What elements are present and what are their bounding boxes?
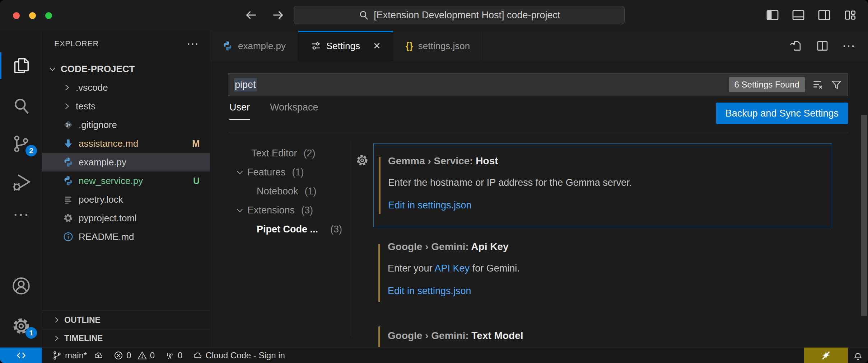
radio-tower-icon [165, 350, 175, 360]
scope-tab-user[interactable]: User [229, 102, 250, 120]
minimize-window-button[interactable] [29, 12, 36, 19]
explorer-sidebar: EXPLORER ⋯ CODE-PROJECT .vscode tests [42, 31, 210, 347]
toggle-secondary-sidebar-icon[interactable] [817, 8, 831, 22]
python-icon [63, 175, 74, 186]
edit-in-settings-json-link[interactable]: Edit in settings.json [388, 200, 472, 211]
bell-icon [853, 350, 863, 361]
back-icon[interactable] [244, 8, 258, 22]
toc-features[interactable]: Features (1) [235, 165, 304, 179]
explorer-title: EXPLORER [54, 39, 99, 48]
git-modified-badge: M [192, 138, 200, 149]
setting-google-gemini-api-key[interactable]: Google › Gemini: Api Key Enter your API … [373, 236, 832, 311]
more-views-item[interactable]: ⋯ [0, 198, 42, 230]
settings-sliders-icon [311, 41, 321, 51]
filter-icon[interactable] [830, 79, 843, 91]
source-control-activity-item[interactable]: 2 [0, 128, 42, 160]
search-activity-item[interactable] [0, 90, 42, 122]
warnings-icon [137, 350, 147, 360]
settings-search-value: pipet [234, 78, 257, 91]
python-icon [63, 157, 74, 168]
zoom-window-button[interactable] [45, 12, 52, 19]
problems-status-item[interactable]: 0 0 [113, 350, 155, 360]
tree-item-gitignore[interactable]: .gitignore [42, 116, 210, 134]
command-center[interactable]: [Extension Development Host] code-projec… [294, 6, 625, 24]
tab-settings[interactable]: Settings ✕ [298, 31, 393, 61]
toggle-sidebar-icon[interactable] [765, 8, 780, 22]
toc-text-editor[interactable]: Text Editor (2) [251, 146, 316, 160]
manage-item[interactable]: 1 [0, 310, 42, 342]
tree-item-poetry-lock[interactable]: poetry.lock [42, 190, 210, 209]
file-tree: CODE-PROJECT .vscode tests .gitignore as… [42, 60, 210, 246]
forward-icon[interactable] [271, 8, 285, 22]
tree-item-pyproject-toml[interactable]: pyproject.toml [42, 209, 210, 227]
gemini-status-item[interactable] [804, 348, 848, 363]
account-icon [11, 276, 31, 296]
customize-layout-icon[interactable] [843, 8, 857, 22]
chevron-right-icon [52, 334, 61, 343]
setting-row-gear-icon[interactable] [355, 154, 369, 167]
run-debug-icon [11, 172, 31, 192]
tree-item-assistance-md[interactable]: assistance.md M [42, 134, 210, 153]
errors-count: 0 [126, 350, 131, 360]
toggle-panel-icon[interactable] [791, 8, 806, 22]
scope-tab-workspace[interactable]: Workspace [270, 102, 318, 120]
tab-settings-json[interactable]: {} settings.json [393, 31, 483, 61]
chevron-right-icon [62, 102, 71, 111]
editor-area: example.py Settings ✕ {} settings.json ⋯ [210, 31, 868, 347]
window-controls [13, 12, 52, 19]
source-control-badge: 2 [25, 145, 37, 156]
remote-indicator[interactable] [0, 348, 42, 363]
sync-cloud-icon [93, 350, 103, 360]
tree-item-readme-md[interactable]: README.md [42, 227, 210, 246]
tree-item-example-py[interactable]: example.py [42, 153, 210, 171]
open-changes-icon[interactable] [789, 39, 803, 53]
lock-file-icon [63, 194, 74, 205]
edit-in-settings-json-link[interactable]: Edit in settings.json [388, 286, 471, 297]
timeline-section-header[interactable]: TIMELINE [42, 329, 210, 347]
tree-item-vscode[interactable]: .vscode [42, 78, 210, 97]
close-tab-icon[interactable]: ✕ [373, 41, 381, 52]
cloud-code-status-item[interactable]: Cloud Code - Sign in [192, 350, 285, 360]
explorer-activity-item[interactable] [0, 50, 42, 82]
api-key-link[interactable]: API Key [435, 263, 470, 274]
modified-indicator [379, 157, 381, 214]
remote-icon [16, 350, 27, 361]
cloud-icon [192, 350, 202, 360]
toc-notebook[interactable]: Notebook (1) [257, 184, 317, 198]
accounts-item[interactable] [0, 270, 42, 302]
outline-section-header[interactable]: OUTLINE [42, 311, 210, 329]
search-icon [358, 9, 369, 21]
tab-example-py[interactable]: example.py [210, 31, 298, 61]
toc-pipet-code[interactable]: Pipet Code ... (3) [257, 222, 342, 236]
setting-description: Enter the hostname or IP address for the… [388, 177, 632, 188]
chevron-down-icon [235, 206, 244, 215]
tab-bar: example.py Settings ✕ {} settings.json ⋯ [210, 31, 868, 61]
chevron-right-icon [52, 316, 61, 324]
notifications-item[interactable] [848, 348, 868, 363]
files-icon [11, 56, 31, 76]
branch-status-item[interactable]: main* [52, 350, 103, 360]
run-debug-activity-item[interactable] [0, 166, 42, 198]
split-editor-icon[interactable] [816, 39, 829, 53]
toc-divider [353, 141, 353, 337]
setting-gemma-service-host[interactable]: Gemma › Service: Host Enter the hostname… [373, 143, 832, 227]
setting-title: Google › Gemini: Text Model [388, 330, 523, 341]
branch-icon [52, 350, 62, 360]
setting-google-gemini-text-model[interactable]: Google › Gemini: Text Model [373, 321, 832, 347]
tree-item-new-service-py[interactable]: new_service.py U [42, 171, 210, 190]
setting-description: Enter your API Key for Gemini. [388, 263, 520, 274]
settings-list: Gemma › Service: Host Enter the hostname… [373, 61, 832, 347]
tree-item-tests[interactable]: tests [42, 97, 210, 116]
modified-indicator [378, 326, 380, 347]
git-icon [63, 119, 74, 130]
toc-extensions[interactable]: Extensions (3) [235, 203, 313, 217]
close-window-button[interactable] [13, 12, 20, 19]
scrollbar[interactable] [861, 115, 867, 316]
ports-status-item[interactable]: 0 [165, 350, 182, 360]
chevron-down-icon [48, 64, 57, 74]
spark-disabled-icon [821, 350, 831, 361]
tree-root-code-project[interactable]: CODE-PROJECT [42, 60, 210, 78]
activity-bar: 2 ⋯ 1 [0, 31, 42, 347]
info-icon [63, 231, 74, 242]
vscode-window: [Extension Development Host] code-projec… [0, 0, 868, 363]
